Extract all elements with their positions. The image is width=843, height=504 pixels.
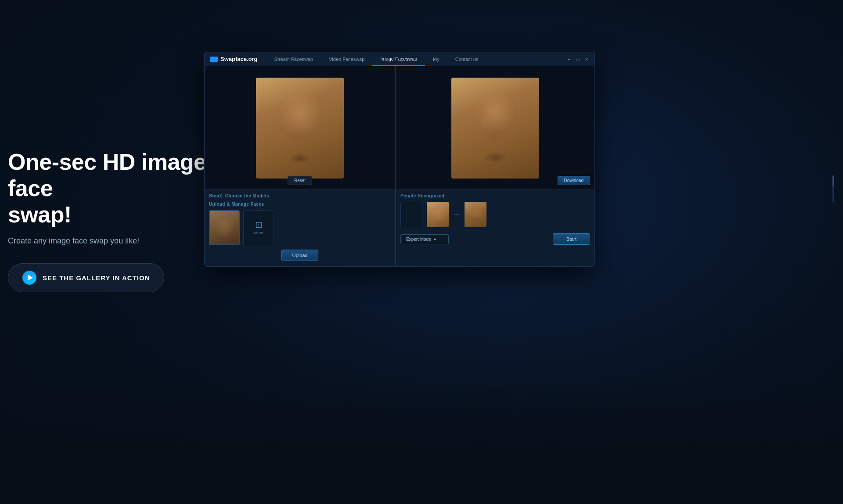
face-scan-icon: ⊡: [255, 220, 263, 229]
window-controls: − □ ×: [566, 57, 589, 62]
people-recognized-row: →: [400, 202, 590, 227]
download-button[interactable]: Download: [558, 176, 590, 185]
upload-manage-label: Upload & Manage Faces: [209, 202, 391, 207]
app-nav: Stream Faceswap Video Faceswap Image Fac…: [267, 52, 566, 66]
close-button[interactable]: ×: [584, 57, 589, 62]
cta-label: SEE THE GALLERY IN ACTION: [43, 274, 150, 282]
window-content: Reset Step2: Choose the Models Upload & …: [205, 66, 594, 266]
gallery-cta-button[interactable]: SEE THE GALLERY IN ACTION: [8, 263, 164, 292]
app-logo: Swapface.org: [210, 56, 258, 62]
nav-stream[interactable]: Stream Faceswap: [267, 52, 321, 66]
source-image-area: Reset: [205, 66, 395, 189]
person-male-thumb: [465, 202, 486, 227]
result-face-image: [451, 78, 539, 179]
model-faces-row: ⊡ More: [209, 210, 391, 245]
result-image-area: Download: [396, 66, 594, 189]
reset-button[interactable]: Reset: [288, 176, 312, 185]
app-window: Swapface.org Stream Faceswap Video Faces…: [204, 52, 595, 267]
arrow-right-icon: →: [453, 211, 460, 218]
chevron-down-icon: ▾: [434, 237, 436, 242]
people-recognized-label: People Recognized: [400, 193, 590, 198]
step-label: Step2: Choose the Models: [209, 193, 391, 198]
person-slot-empty: [400, 202, 422, 227]
left-image-panel: Reset Step2: Choose the Models Upload & …: [205, 66, 396, 266]
start-button[interactable]: Start: [553, 233, 590, 245]
hero-section: One-sec HD image face swap! Create any i…: [8, 149, 210, 292]
minimize-button[interactable]: −: [566, 57, 572, 62]
right-image-panel: Download People Recognized → Expert Mode…: [396, 66, 594, 266]
nav-contact[interactable]: Contact us: [447, 52, 486, 66]
expert-mode-select[interactable]: Expert Mode ▾: [400, 234, 449, 244]
upload-button[interactable]: Upload: [281, 250, 319, 261]
nav-image[interactable]: Image Faceswap: [372, 52, 425, 66]
nav-video[interactable]: Video Faceswap: [321, 52, 372, 66]
hero-title: One-sec HD image face swap!: [8, 149, 210, 228]
scrollbar: [832, 175, 834, 202]
source-face-image: [256, 78, 344, 179]
title-bar: Swapface.org Stream Faceswap Video Faces…: [205, 52, 594, 66]
scroll-handle: [832, 175, 834, 186]
add-face-button[interactable]: ⊡ More: [243, 210, 274, 245]
person-female-thumb: [427, 202, 449, 227]
right-bottom-panel: People Recognized → Expert Mode ▾ Start: [396, 189, 594, 266]
hero-subtitle: Create any image face swap you like!: [8, 236, 210, 246]
maximize-button[interactable]: □: [575, 57, 580, 62]
bottom-controls: Expert Mode ▾ Start: [400, 233, 590, 245]
step2-panel: Step2: Choose the Models Upload & Manage…: [205, 189, 395, 266]
play-icon: [22, 271, 36, 285]
logo-icon: [210, 57, 218, 62]
bottom-section: [0, 381, 843, 504]
nav-my[interactable]: My: [425, 52, 447, 66]
model-face-thumb[interactable]: [209, 210, 240, 245]
more-label: More: [254, 231, 263, 235]
